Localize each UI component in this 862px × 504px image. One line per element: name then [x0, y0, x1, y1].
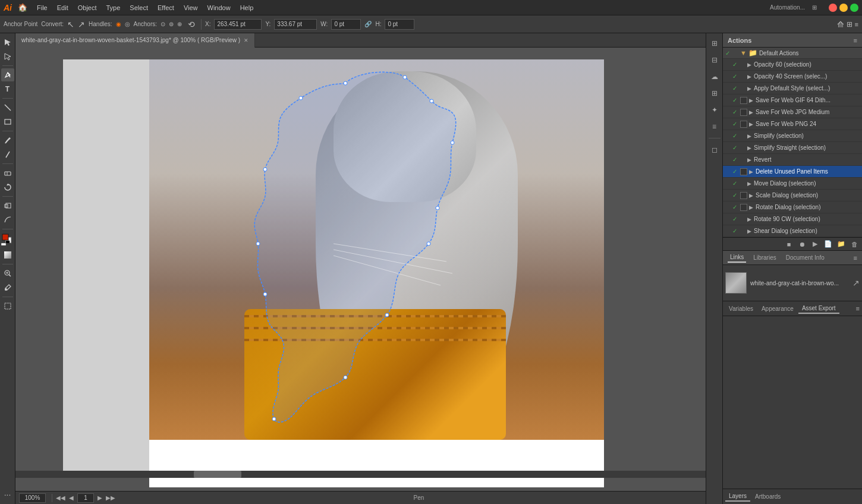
- menu-edit[interactable]: Edit: [52, 3, 73, 12]
- action-item-0[interactable]: ✓ ▶ Opacity 60 (selection): [723, 59, 862, 71]
- menu-type[interactable]: Type: [102, 3, 125, 12]
- bottom-tabs-menu-btn[interactable]: ≡: [856, 305, 860, 312]
- handles-btn-2[interactable]: ◎: [125, 21, 130, 27]
- minimize-button[interactable]: [839, 4, 848, 12]
- menu-object[interactable]: Object: [73, 3, 102, 12]
- eraser-tool[interactable]: [1, 166, 14, 179]
- action-item-6[interactable]: ✓ ▶ Simplify (selection): [723, 130, 862, 142]
- links-tab[interactable]: Links: [728, 253, 746, 263]
- link-icon[interactable]: 🔗: [364, 21, 372, 27]
- rotate-tool[interactable]: [1, 181, 14, 194]
- menu-view[interactable]: View: [179, 3, 203, 12]
- actions-menu-btn[interactable]: ≡: [854, 37, 857, 44]
- action-item-5[interactable]: ✓ ▶ Save For Web PNG 24: [723, 118, 862, 130]
- h-input[interactable]: [385, 19, 414, 30]
- action-item-8[interactable]: ✓ ▶ Revert: [723, 154, 862, 166]
- h-scrollbar-thumb[interactable]: [194, 471, 241, 478]
- action-item-10[interactable]: ✓ ▶ Move Dialog (selection): [723, 178, 862, 190]
- pencil-tool[interactable]: [1, 148, 14, 161]
- action-checkbox-11[interactable]: [740, 192, 747, 199]
- action-item-14[interactable]: ✓ ▶ Shear Dialog (selection): [723, 225, 862, 237]
- anchor-btn-3[interactable]: ⊕: [177, 21, 182, 27]
- action-checkbox-3[interactable]: [740, 97, 747, 104]
- paint-brush-tool[interactable]: [1, 134, 14, 147]
- x-input[interactable]: [214, 19, 262, 30]
- artboards-tab[interactable]: Artboards: [751, 492, 784, 501]
- new-set-btn[interactable]: 📁: [836, 239, 847, 250]
- convert-tool-2[interactable]: ↗: [78, 20, 85, 29]
- stop-btn[interactable]: ■: [784, 239, 794, 250]
- action-item-13[interactable]: ✓ ▶ Rotate 90 CW (selection): [723, 213, 862, 225]
- tab-bar: white-and-gray-cat-in-brown-woven-basket…: [15, 33, 722, 48]
- align-btn[interactable]: ≡: [855, 21, 858, 28]
- action-group-default[interactable]: ✓ ▼ 📁 Default Actions: [723, 48, 862, 59]
- doc-info-tab[interactable]: Document Info: [784, 253, 827, 262]
- menu-select[interactable]: Select: [125, 3, 153, 12]
- transform-btn[interactable]: ⟲: [188, 20, 195, 29]
- link-filename: white-and-gray-cat-in-brown-wo...: [750, 280, 849, 286]
- delete-btn[interactable]: 🗑: [849, 239, 860, 250]
- menu-effect[interactable]: Effect: [153, 3, 179, 12]
- new-action-btn[interactable]: 📄: [823, 239, 833, 250]
- color-swatch-area[interactable]: [1, 233, 14, 246]
- w-input[interactable]: [331, 19, 361, 30]
- type-tool[interactable]: T: [1, 83, 14, 96]
- play-btn[interactable]: ▶: [810, 239, 820, 250]
- action-item-11[interactable]: ✓ ▶ Scale Dialog (selection): [723, 190, 862, 201]
- zoom-input[interactable]: [19, 493, 46, 503]
- link-goto-btn[interactable]: ↗: [852, 278, 860, 288]
- canvas-wrapper[interactable]: [15, 48, 722, 491]
- more-tools[interactable]: ···: [4, 490, 11, 499]
- action-checkbox-4[interactable]: [740, 109, 747, 116]
- artboard-tool[interactable]: [1, 300, 14, 313]
- gradient-tool[interactable]: [1, 248, 14, 262]
- appearance-tab[interactable]: Appearance: [758, 304, 797, 313]
- action-checkbox-12[interactable]: [740, 204, 747, 211]
- transform-tool-2[interactable]: ⊞: [847, 20, 852, 29]
- close-tab-btn[interactable]: ✕: [244, 37, 248, 43]
- zoom-tool[interactable]: [1, 267, 14, 280]
- action-item-12[interactable]: ✓ ▶ Rotate Dialog (selection): [723, 201, 862, 213]
- anchor-btn-1[interactable]: ⊙: [161, 21, 165, 27]
- close-button[interactable]: [829, 4, 837, 12]
- pen-tool[interactable]: [1, 68, 14, 81]
- handles-btn-1[interactable]: ◉: [116, 21, 121, 27]
- nav-first[interactable]: ◀◀: [56, 494, 65, 501]
- action-item-2[interactable]: ✓ ▶ Apply Default Style (select...): [723, 83, 862, 94]
- line-tool[interactable]: [1, 101, 14, 114]
- select-tool[interactable]: [1, 36, 14, 49]
- variables-tab[interactable]: Variables: [725, 304, 757, 313]
- anchor-btn-2[interactable]: ⊚: [169, 21, 174, 27]
- nav-last[interactable]: ▶▶: [106, 494, 115, 501]
- scale-tool[interactable]: [1, 199, 14, 212]
- actions-list[interactable]: ✓ ▼ 📁 Default Actions ✓ ▶ Opacity 60 (se…: [723, 48, 862, 237]
- menu-window[interactable]: Window: [203, 3, 235, 12]
- doc-tab[interactable]: white-and-gray-cat-in-brown-woven-basket…: [15, 33, 255, 48]
- action-item-3[interactable]: ✓ ▶ Save For Web GIF 64 Dith...: [723, 94, 862, 106]
- layers-tab[interactable]: Layers: [725, 492, 750, 502]
- action-checkbox-5[interactable]: [740, 121, 747, 128]
- h-scrollbar[interactable]: [15, 471, 715, 478]
- eyedropper-tool[interactable]: [1, 281, 14, 294]
- action-item-7[interactable]: ✓ ▶ Simplify Straight (selection): [723, 142, 862, 154]
- links-menu-btn[interactable]: ≡: [854, 254, 857, 262]
- record-btn[interactable]: ⏺: [797, 239, 807, 250]
- action-checkbox-9[interactable]: [740, 168, 747, 175]
- y-input[interactable]: [274, 19, 317, 30]
- rect-tool[interactable]: [1, 115, 14, 128]
- asset-export-tab[interactable]: Asset Export: [798, 304, 839, 314]
- transform-tool-1[interactable]: ⟰: [837, 20, 844, 29]
- maximize-button[interactable]: [850, 4, 858, 12]
- action-item-1[interactable]: ✓ ▶ Opacity 40 Screen (selec...): [723, 71, 862, 83]
- libraries-tab[interactable]: Libraries: [751, 253, 778, 262]
- direct-select-tool[interactable]: [1, 50, 14, 63]
- convert-tool-1[interactable]: ↖: [67, 20, 74, 29]
- action-item-9[interactable]: ✓ ▶ Delete Unused Panel Items: [723, 166, 862, 178]
- nav-prev[interactable]: ◀: [69, 494, 74, 501]
- menu-file[interactable]: File: [32, 3, 52, 12]
- nav-next[interactable]: ▶: [97, 494, 102, 501]
- menu-help[interactable]: Help: [235, 3, 259, 12]
- page-input[interactable]: [77, 493, 94, 503]
- blend-tool[interactable]: [1, 213, 14, 226]
- action-item-4[interactable]: ✓ ▶ Save For Web JPG Medium: [723, 106, 862, 118]
